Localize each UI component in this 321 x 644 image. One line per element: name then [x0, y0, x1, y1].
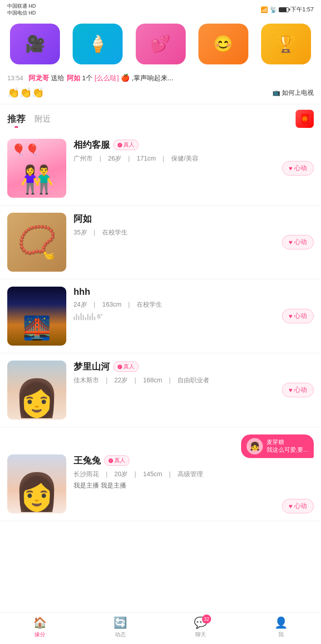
heart-button-5[interactable]: ♥ 心动: [282, 499, 314, 513]
tab-nearby[interactable]: 附近: [35, 113, 51, 124]
carrier2: 中国电信 HD: [7, 10, 36, 16]
smile-icon: 😊: [213, 34, 233, 54]
feature-gift[interactable]: 🍦: [66, 24, 129, 64]
feature-bubble-gift[interactable]: 🍦: [73, 24, 123, 64]
user-avatar-1[interactable]: [7, 139, 66, 198]
user-avatar-5[interactable]: 👩: [7, 454, 66, 513]
feature-bubble-trophy[interactable]: 🏆: [261, 24, 311, 64]
feature-video[interactable]: 🎥: [4, 24, 66, 64]
feature-bubble-video[interactable]: 🎥: [10, 24, 60, 64]
user-name-3: hhh: [74, 287, 90, 297]
user-name-5: 王兔兔: [74, 454, 101, 467]
nav-home-label: 缘分: [35, 631, 45, 639]
user-name-2: 阿如: [74, 213, 92, 225]
user-age-5: 20岁: [114, 470, 128, 478]
signal-icon: 📶: [261, 6, 268, 13]
heart-label-1: 心动: [294, 164, 307, 172]
heart-button-4[interactable]: ♥ 心动: [282, 383, 314, 397]
feature-bubble-hearts[interactable]: 💕: [136, 24, 186, 64]
nav-profile[interactable]: 👤 我: [274, 616, 288, 639]
feature-hearts[interactable]: 💕: [129, 24, 192, 64]
nav-home[interactable]: 🏠 缘分: [33, 616, 47, 639]
nav-feed[interactable]: 🔄 动态: [114, 616, 127, 639]
battery-icon: [279, 7, 289, 12]
user-age-4: 22岁: [114, 376, 128, 384]
verified-badge-4: 真人: [114, 361, 138, 372]
feature-trophy[interactable]: 🏆: [255, 24, 317, 64]
notification-bar: 13:54 阿龙哥 送给 阿如 1个 [么么哒] 🍎 ,掌声响起来... 👏👏👏…: [0, 69, 321, 104]
heart-button-3[interactable]: ♥ 心动: [282, 309, 314, 323]
heart-icon-4: ♥: [289, 386, 292, 394]
user-age-3: 24岁: [74, 301, 87, 308]
time-display: 下午1:57: [291, 5, 314, 14]
trophy-icon: 🏆: [276, 34, 296, 54]
user-info-2: 阿如 35岁 ｜ 在校学生: [74, 213, 314, 240]
popup-username: 麦芽糖: [267, 439, 308, 446]
tabs-row: 推荐 附近 🧧: [0, 104, 321, 132]
user-avatar-2[interactable]: 📿: [7, 213, 66, 272]
user-city-5: 长沙雨花: [74, 470, 99, 478]
user-avatar-3[interactable]: 🌉: [7, 287, 66, 346]
user-avatar-4[interactable]: 👩: [7, 361, 66, 420]
heart-button-1[interactable]: ♥ 心动: [282, 161, 314, 176]
gift-icon: 🍦: [88, 34, 108, 54]
hearts-icon: 💕: [150, 34, 171, 54]
user-meta-5: 长沙雨花 ｜ 20岁 ｜ 145cm ｜ 高级管理: [74, 469, 314, 479]
verified-dot-5: [109, 459, 113, 463]
red-packet-button[interactable]: 🧧: [296, 110, 314, 128]
feature-bubble-smile[interactable]: 😊: [198, 24, 248, 64]
user-card-5: 👧 麦芽糖 我这么可爱,要... 👩 王兔兔 真人: [0, 427, 321, 521]
user-city-4: 佳木斯市: [74, 376, 99, 384]
wifi-icon: 📡: [270, 6, 277, 13]
voice-indicator-3[interactable]: 6": [74, 312, 314, 320]
user-height-3: 163cm: [102, 301, 121, 308]
user-card-2: 📿 阿如 35岁 ｜ 在校学生 ♥ 心动: [0, 205, 321, 279]
user-name-row-2: 阿如: [74, 213, 314, 225]
user-name-4: 梦里山河: [74, 361, 110, 373]
heart-label-2: 心动: [294, 238, 307, 246]
user-card-4: 👩 梦里山河 真人 佳木斯市 ｜ 22岁 ｜ 168cm ｜: [0, 353, 321, 427]
popup-message: 我这么可爱,要...: [267, 446, 308, 454]
user-name-row-4: 梦里山河 真人: [74, 361, 314, 373]
verified-label-4: 真人: [123, 363, 134, 371]
red-packet-icon: 🧧: [299, 113, 311, 124]
main-content: 中国联通 HD 中国电信 HD 📶 📡 下午1:57 🎥 🍦 💕: [0, 0, 321, 557]
user-height-4: 168cm: [143, 376, 162, 384]
heart-button-2[interactable]: ♥ 心动: [282, 235, 314, 249]
user-job-2: 在校学生: [102, 229, 128, 236]
status-right: 📶 📡 下午1:57: [261, 5, 314, 14]
clap-emoji: 👏👏👏: [7, 85, 44, 100]
user-meta-1: 广州市 ｜ 26岁 ｜ 171cm ｜ 保健/美容: [74, 154, 314, 163]
user-card-3: 🌉 hhh 24岁 ｜ 163cm ｜ 在校学生: [0, 279, 321, 353]
tv-text: 如何上电视: [282, 88, 314, 98]
popup-bubble[interactable]: 👧 麦芽糖 我这么可爱,要...: [241, 434, 314, 458]
nav-chat[interactable]: 💬 32 聊天: [194, 616, 207, 639]
user-card-1: 相约客服 真人 广州市 ｜ 26岁 ｜ 171cm ｜ 保健/美容: [0, 132, 321, 205]
user-height-1: 171cm: [137, 155, 156, 162]
user-info-4: 梦里山河 真人 佳木斯市 ｜ 22岁 ｜ 168cm ｜ 自由职业者: [74, 361, 314, 388]
heart-icon-3: ♥: [289, 312, 292, 320]
voice-bars: [74, 312, 95, 320]
tv-icon: 📺: [272, 88, 280, 98]
notif-sender: 阿龙哥: [29, 74, 49, 82]
popup-avatar: 👧: [247, 438, 263, 454]
user-job-1: 保健/美容: [171, 155, 198, 162]
user-info-3: hhh 24岁 ｜ 163cm ｜ 在校学生: [74, 287, 314, 320]
notif-count: 1个: [82, 74, 93, 82]
user-name-row-3: hhh: [74, 287, 314, 297]
heart-icon-1: ♥: [289, 165, 292, 172]
feature-smile[interactable]: 😊: [192, 24, 255, 64]
tv-link[interactable]: 📺 如何上电视: [272, 88, 314, 98]
tab-recommend[interactable]: 推荐: [7, 113, 25, 125]
user-city-1: 广州市: [74, 155, 93, 162]
status-bar: 中国联通 HD 中国电信 HD 📶 📡 下午1:57: [0, 0, 321, 19]
notif-sub: 👏👏👏 📺 如何上电视: [7, 85, 314, 100]
verified-dot-4: [118, 365, 122, 369]
notification-main: 13:54 阿龙哥 送给 阿如 1个 [么么哒] 🍎 ,掌声响起来...: [7, 73, 314, 83]
feed-icon: 🔄: [114, 616, 127, 629]
notif-time: 13:54: [7, 74, 23, 82]
user-age-1: 26岁: [108, 155, 122, 162]
profile-icon: 👤: [274, 616, 288, 629]
feature-row: 🎥 🍦 💕 😊 🏆: [0, 19, 321, 69]
verified-badge-1: 真人: [114, 140, 138, 150]
